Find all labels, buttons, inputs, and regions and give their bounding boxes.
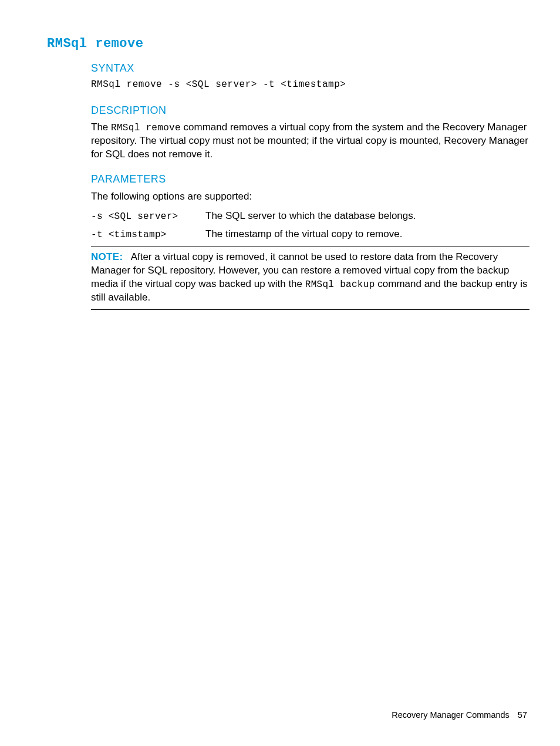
- param-option: -s <SQL server>: [91, 207, 205, 226]
- table-row: -t <timstamp> The timestamp of the virtu…: [91, 225, 529, 244]
- note-label: NOTE:: [91, 251, 123, 262]
- parameters-table: -s <SQL server> The SQL server to which …: [91, 207, 529, 244]
- body: SYNTAX RMSql remove -s <SQL server> -t <…: [91, 61, 529, 310]
- parameters-intro: The following options are supported:: [91, 190, 529, 204]
- syntax-heading: SYNTAX: [91, 61, 529, 75]
- command-title: RMSql remove: [47, 35, 529, 53]
- page-footer: Recovery Manager Commands57: [392, 710, 527, 721]
- parameters-heading: PARAMETERS: [91, 172, 529, 186]
- page: RMSql remove SYNTAX RMSql remove -s <SQL…: [0, 0, 560, 746]
- syntax-line: RMSql remove -s <SQL server> -t <timesta…: [91, 79, 529, 92]
- description-paragraph: The RMSql remove command removes a virtu…: [91, 121, 529, 161]
- description-pre: The: [91, 121, 111, 133]
- footer-page-number: 57: [518, 710, 527, 720]
- description-heading: DESCRIPTION: [91, 103, 529, 117]
- table-row: -s <SQL server> The SQL server to which …: [91, 207, 529, 226]
- param-option: -t <timstamp>: [91, 225, 205, 244]
- note-box: NOTE: After a virtual copy is removed, i…: [91, 247, 529, 310]
- description-cmd: RMSql remove: [111, 123, 181, 133]
- param-description: The SQL server to which the database bel…: [205, 207, 529, 226]
- note-cmd: RMSql backup: [305, 279, 375, 290]
- footer-text: Recovery Manager Commands: [392, 710, 510, 720]
- param-description: The timestamp of the virtual copy to rem…: [205, 225, 529, 244]
